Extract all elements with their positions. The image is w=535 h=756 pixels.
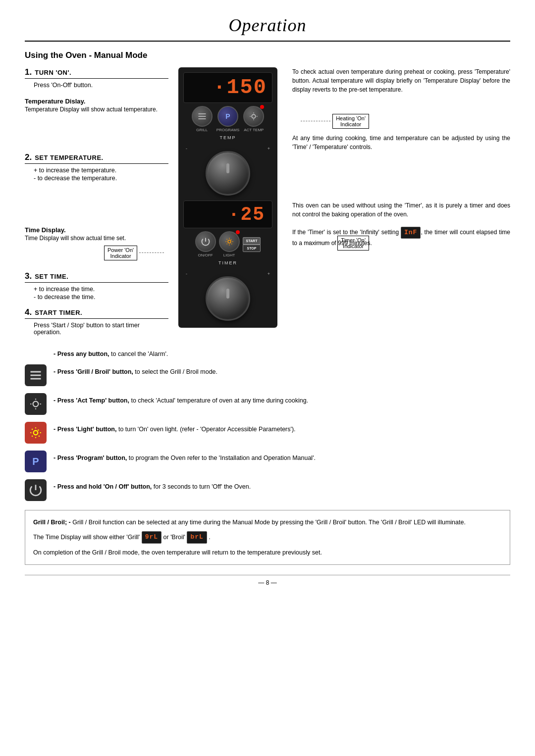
timer-knob-minus: - — [186, 271, 187, 276]
time-display-label: Time Display. — [25, 226, 168, 234]
grill-btn-label: GRILL — [196, 128, 208, 132]
page-footer: — 8 — — [25, 575, 510, 586]
step3-body1: + to increase the time. — [34, 286, 168, 293]
start-stop-button[interactable]: START STOP — [243, 237, 261, 252]
program-icon-box: P — [25, 451, 47, 472]
right-notes-col: To check actual oven temperature during … — [282, 67, 510, 342]
right-note-2: At any time during cooking, time and tem… — [292, 134, 510, 151]
time-display-sub: Time Display will show actual time set. — [25, 235, 168, 242]
step3-body2: - to decrease the time. — [34, 294, 168, 301]
step4-number: 4. — [25, 307, 32, 317]
infinity-badge: InF — [401, 227, 421, 239]
timer-knob-container: - + — [183, 268, 272, 323]
program-desc-row: P - Press 'Program' button, to program t… — [25, 451, 510, 472]
power-indicator-line — [139, 252, 164, 253]
acttemp-desc-row: - Press 'Act Temp' button, to check 'Act… — [25, 393, 510, 415]
left-instructions: 1. TURN 'ON'. Press 'On-Off' button. Tem… — [25, 67, 173, 342]
oven-panel: ·150 GRILL P — [178, 67, 277, 328]
grill-desc-row: - Press 'Grill / Broil' button, to selec… — [25, 364, 510, 386]
broil-lcd-badge: brL — [187, 531, 207, 544]
oven-panel-col: ·150 GRILL P — [173, 67, 282, 342]
alarm-note-bold: - Press any button, — [54, 351, 109, 357]
svg-point-0 — [252, 114, 256, 118]
onoff-icon — [29, 484, 42, 497]
step2-body2: - to decrease the temperature. — [34, 175, 168, 182]
heating-indicator-box: Heating 'On'Indicator — [332, 113, 369, 129]
right-note-3: This oven can be used without using the … — [292, 201, 510, 219]
programs-button[interactable]: P — [217, 106, 238, 127]
grill-button[interactable] — [192, 106, 213, 127]
page-title: Operation — [25, 15, 510, 36]
grill-icon-box — [25, 364, 47, 386]
step1-title: TURN 'ON'. — [35, 69, 71, 76]
step-3: 3. SET TIME. + to increase the time. - t… — [25, 271, 168, 301]
step2-body1: + to increase the temperature. — [34, 167, 168, 174]
power-indicator-callout: Power 'On'Indicator — [104, 245, 164, 260]
step1-body: Press 'On-Off' button. — [34, 82, 168, 89]
title-divider — [25, 41, 510, 42]
step3-number: 3. — [25, 271, 32, 281]
section-heading: Using the Oven - Manual Mode — [25, 50, 510, 60]
grill-desc-text: - Press 'Grill / Broil' button, to selec… — [54, 364, 217, 377]
heating-indicator-callout: Heating 'On'Indicator — [301, 113, 369, 129]
svg-point-1 — [228, 240, 231, 243]
time-display-screen: ·25 — [183, 201, 272, 228]
svg-point-2 — [33, 402, 39, 407]
temp-knob[interactable] — [206, 151, 250, 196]
timer-indicator-box: Timer 'On'Indicator — [337, 235, 369, 251]
acttemp-icon-box — [25, 393, 47, 415]
step1-number: 1. — [25, 67, 32, 77]
acttemp-btn-label: ACT TEMP — [244, 128, 264, 132]
page-number: 8 — [266, 579, 269, 586]
bottom-box-line3: On completion of the Grill / Broil mode,… — [33, 548, 502, 557]
bottom-box: Grill / Broil; - Grill / Broil function … — [25, 510, 510, 565]
button-desc-section: - Press any button, to cancel the 'Alarm… — [25, 351, 510, 501]
step3-title: SET TIME. — [35, 273, 68, 280]
step-4: 4. START TIMER. Press 'Start / Stop' but… — [25, 307, 168, 336]
light-button[interactable] — [219, 231, 240, 252]
right-note-1: To check actual oven temperature during … — [292, 67, 510, 94]
light-icon — [29, 426, 42, 439]
bottom-box-line2: The Time Display will show either 'Grill… — [33, 531, 502, 544]
time-display-label-wrap: Time Display. Time Display will show act… — [25, 226, 168, 242]
temp-knob-plus: + — [268, 146, 270, 151]
step-2: 2. SET TEMPERATURE. + to increase the te… — [25, 152, 168, 182]
onoff-button[interactable] — [195, 231, 216, 252]
temp-section-label: TEMP — [219, 135, 236, 140]
knob-indicator — [226, 163, 229, 173]
step4-body: Press 'Start / Stop' button to start tim… — [34, 322, 168, 336]
step2-number: 2. — [25, 152, 32, 162]
programs-btn-label: PROGRAMS — [216, 128, 240, 132]
temp-display-sub: Temperature Display will show actual tem… — [25, 106, 168, 113]
onoff-desc-text: - Press and hold 'On / Off' button, for … — [54, 479, 251, 492]
program-desc-text: - Press 'Program' button, to program the… — [54, 451, 316, 463]
stop-button[interactable]: STOP — [243, 245, 261, 252]
svg-point-3 — [34, 431, 38, 435]
temp-display-screen: ·150 — [183, 72, 272, 103]
bottom-box-line1: Grill / Broil; - Grill / Broil function … — [33, 517, 502, 527]
timer-knob[interactable] — [206, 276, 250, 321]
alarm-note-row: - Press any button, to cancel the 'Alarm… — [25, 351, 510, 357]
acttemp-icon — [29, 398, 42, 410]
alarm-note-text: to cancel the 'Alarm'. — [111, 351, 168, 357]
onoff-btn-label: ON/OFF — [198, 253, 213, 257]
power-indicator-box: Power 'On'Indicator — [104, 245, 137, 260]
timer-knob-plus: + — [268, 271, 270, 276]
oven-wrap: ·150 GRILL P — [178, 67, 277, 328]
grill-lcd-badge: 9rL — [142, 531, 161, 544]
onoff-icon-box — [25, 479, 47, 501]
acttemp-button[interactable] — [243, 106, 264, 127]
timer-buttons-row: ON/OFF LIGHT START STOP — [183, 231, 272, 257]
temp-knob-minus: - — [186, 146, 187, 151]
temp-knob-container: - + — [183, 143, 272, 198]
heating-indicator-line — [301, 121, 330, 121]
temp-display-label: Temperature Dislay. — [25, 98, 168, 105]
step4-title: START TIMER. — [35, 309, 82, 316]
onoff-desc-row: - Press and hold 'On / Off' button, for … — [25, 479, 510, 501]
timer-indicator-line — [306, 243, 335, 243]
acttemp-desc-text: - Press 'Act Temp' button, to check 'Act… — [54, 393, 308, 405]
light-desc-row: - Press 'Light' button, to turn 'On' ove… — [25, 422, 510, 444]
step-1: 1. TURN 'ON'. Press 'On-Off' button. Tem… — [25, 67, 168, 113]
light-desc-text: - Press 'Light' button, to turn 'On' ove… — [54, 422, 296, 434]
start-button[interactable]: START — [243, 237, 261, 245]
